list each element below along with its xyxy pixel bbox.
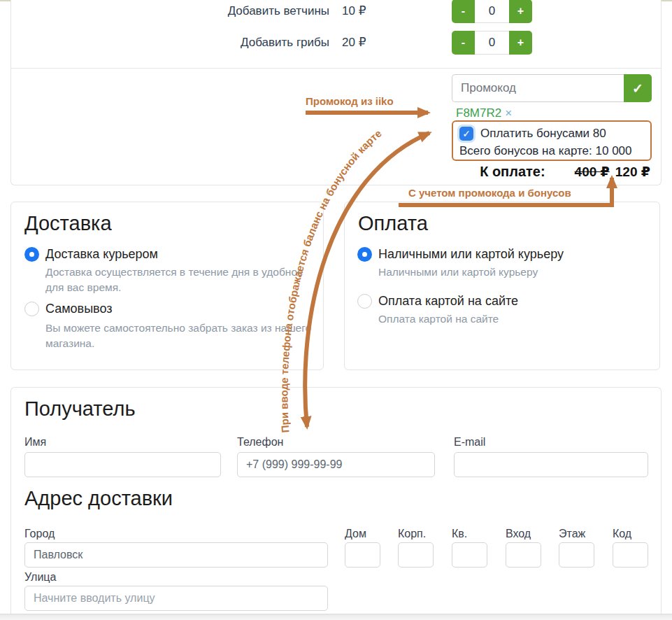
quantity-value: 0	[475, 0, 509, 23]
house-input[interactable]	[345, 542, 380, 568]
apartment-label: Кв.	[452, 528, 467, 540]
quantity-stepper-ham: - 0 +	[452, 0, 532, 23]
delivery-courier-description: Доставка осуществляется в течение дня в …	[45, 265, 313, 296]
bonus-checkbox-label[interactable]: Оплатить бонусами 80	[480, 127, 606, 141]
checkmark-icon: ✓	[462, 128, 471, 139]
order-total: К оплате:400 ₽120 ₽	[480, 164, 650, 180]
payment-title: Оплата	[358, 212, 428, 235]
total-annotation-text: С учетом промокода и бонусов	[408, 187, 571, 199]
promo-code-group: ✓	[452, 74, 652, 102]
old-price: 400 ₽	[575, 164, 610, 179]
delivery-panel: Доставка Доставка курьером Доставка осущ…	[10, 202, 324, 370]
plus-button[interactable]: +	[509, 31, 532, 55]
recipient-address-panel: Получатель Имя Телефон E-mail Адрес дост…	[10, 387, 662, 620]
street-input[interactable]	[24, 586, 328, 611]
recipient-title: Получатель	[24, 397, 136, 421]
delivery-title: Доставка	[24, 212, 112, 235]
radio-payment-card-online[interactable]	[357, 294, 372, 309]
page-bottom-strip	[0, 614, 672, 620]
bonus-box: ✓ Оплатить бонусами 80 Всего бонусов на …	[452, 120, 652, 161]
promo-code-text: F8M7R2	[456, 106, 501, 120]
email-label: E-mail	[454, 436, 485, 449]
entrance-label: Вход	[506, 528, 531, 540]
quantity-value: 0	[475, 31, 509, 55]
minus-button[interactable]: -	[452, 0, 475, 23]
promo-submit-button[interactable]: ✓	[624, 74, 652, 102]
quantity-stepper-mushrooms: - 0 +	[452, 31, 532, 55]
bonus-checkbox[interactable]: ✓	[459, 127, 473, 141]
remove-promo-icon[interactable]: ×	[505, 106, 512, 120]
doorcode-label: Код	[613, 528, 631, 540]
floor-input[interactable]	[559, 542, 594, 568]
address-title: Адрес доставки	[24, 487, 173, 510]
payment-panel: Оплата Наличными или картой курьеру Нали…	[344, 202, 660, 370]
radio-label-courier[interactable]: Доставка курьером	[45, 247, 158, 262]
name-label: Имя	[24, 436, 46, 449]
total-label: К оплате:	[480, 164, 545, 179]
name-input[interactable]	[24, 452, 221, 477]
doorcode-input[interactable]	[613, 542, 648, 568]
bonus-row: ✓ Оплатить бонусами 80	[459, 125, 644, 142]
addon-label: Добавить ветчины	[11, 0, 329, 23]
city-input[interactable]	[24, 542, 328, 568]
applied-promo-code: F8M7R2×	[456, 106, 512, 120]
entrance-input[interactable]	[506, 542, 541, 568]
phone-input[interactable]	[237, 452, 435, 477]
plus-button[interactable]: +	[509, 0, 532, 23]
bonus-balance-text: Всего бонусов на карте: 10 000	[459, 144, 644, 158]
addon-label: Добавить грибы	[11, 31, 329, 55]
promo-code-input[interactable]	[452, 74, 624, 102]
payment-card-description: Оплата картой на сайте	[378, 311, 651, 327]
checkmark-icon: ✓	[632, 80, 643, 97]
floor-label: Этаж	[559, 528, 585, 540]
payment-cash-description: Наличными или картой курьеру	[378, 265, 651, 280]
addon-price: 20 ₽	[342, 31, 366, 55]
delivery-pickup-description: Вы можете самостоятельно забрать заказ и…	[45, 320, 313, 352]
addon-row-mushrooms: Добавить грибы 20 ₽ - 0 +	[11, 31, 661, 55]
addon-price: 10 ₽	[342, 0, 366, 23]
building-label: Корп.	[398, 528, 426, 540]
radio-delivery-pickup[interactable]	[24, 302, 39, 316]
cart-divider	[11, 68, 661, 69]
radio-delivery-courier[interactable]	[24, 247, 39, 262]
radio-label-pickup[interactable]: Самовывоз	[45, 302, 113, 316]
addon-row-ham: Добавить ветчины 10 ₽ - 0 +	[11, 0, 661, 23]
radio-payment-cash[interactable]	[357, 247, 372, 262]
apartment-input[interactable]	[452, 542, 487, 568]
street-label: Улица	[24, 571, 56, 584]
house-label: Дом	[345, 528, 366, 540]
new-price: 120 ₽	[615, 164, 650, 179]
minus-button[interactable]: -	[452, 31, 475, 55]
email-input[interactable]	[454, 452, 648, 477]
radio-label-cash[interactable]: Наличными или картой курьеру	[378, 247, 564, 262]
building-input[interactable]	[398, 542, 434, 568]
city-label: Город	[24, 528, 55, 540]
phone-label: Телефон	[237, 436, 283, 449]
cart-panel: Добавить ветчины 10 ₽ - 0 + Добавить гри…	[10, 0, 662, 185]
radio-label-card-online[interactable]: Оплата картой на сайте	[378, 294, 518, 309]
